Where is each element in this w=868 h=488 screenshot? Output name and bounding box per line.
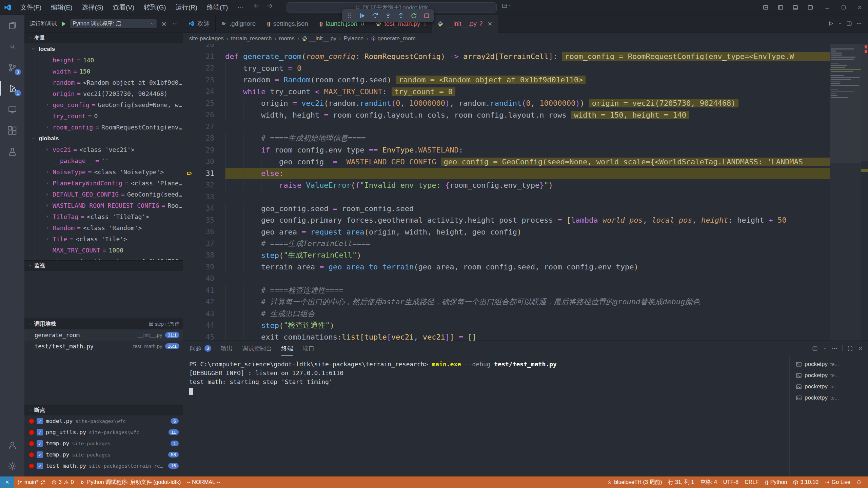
editor-more-actions[interactable] bbox=[856, 21, 862, 26]
breakpoint-row[interactable]: ✓temp.pysite-packages1 bbox=[24, 438, 183, 449]
status-go-live[interactable]: Go Live bbox=[822, 476, 853, 488]
menu-item-4[interactable]: 转到(G) bbox=[139, 0, 171, 15]
line-number[interactable]: 41 bbox=[197, 286, 214, 294]
line-number[interactable]: 23 bbox=[197, 76, 214, 84]
code-line-39[interactable]: 39terrain_area = geo_area_to_terrain(geo… bbox=[183, 261, 830, 273]
line-number[interactable]: 24 bbox=[197, 87, 214, 96]
variable-row[interactable]: try_count=0 bbox=[35, 110, 183, 122]
maximize-panel[interactable] bbox=[847, 346, 853, 351]
split-editor[interactable] bbox=[846, 21, 852, 26]
menu-item-1[interactable]: 编辑(E) bbox=[46, 0, 77, 15]
line-number[interactable]: 21 bbox=[197, 53, 214, 61]
maximize-button[interactable] bbox=[835, 0, 852, 15]
variable-row[interactable]: WASTELAND_ROOM_REQUEST_CONFIG=RoomReques… bbox=[35, 200, 183, 211]
variable-row[interactable]: Random=<class 'Random'> bbox=[35, 222, 183, 233]
line-number[interactable]: 39 bbox=[197, 263, 214, 271]
breakpoint-checkbox[interactable]: ✓ bbox=[37, 451, 43, 458]
variable-row[interactable]: width=150 bbox=[35, 66, 183, 77]
line-number[interactable]: 27 bbox=[197, 123, 214, 131]
breadcrumb-item[interactable]: terrain_research bbox=[231, 35, 272, 42]
variable-row[interactable]: MAX_TRY_COUNT=1000 bbox=[35, 245, 183, 256]
toggle-secondary-sidebar-button[interactable] bbox=[804, 0, 817, 15]
line-number[interactable]: 32 bbox=[197, 181, 214, 189]
watch-section-header[interactable]: 监视 bbox=[24, 260, 183, 271]
activity-explorer[interactable] bbox=[0, 15, 24, 36]
activity-search[interactable] bbox=[0, 36, 24, 57]
code-line-21[interactable]: 21def generate_room(room_config: RoomReq… bbox=[183, 51, 830, 63]
code-line-38[interactable]: 38step("生成TerrainCell") bbox=[183, 249, 830, 261]
variable-row[interactable]: random=<Random object at 0x1bf9d01e110> bbox=[35, 77, 183, 88]
code-line-37[interactable]: 37# ====生成TerrainCell==== bbox=[183, 238, 830, 250]
activity-run-and-debug[interactable]: 1 bbox=[0, 78, 24, 99]
menu-item-0[interactable]: 文件(F) bbox=[16, 0, 46, 15]
line-number[interactable]: 26 bbox=[197, 111, 214, 119]
breakpoint-checkbox[interactable]: ✓ bbox=[37, 429, 43, 435]
line-number[interactable]: 31 bbox=[197, 169, 214, 178]
debug-start-button[interactable] bbox=[60, 21, 67, 27]
code-line-31[interactable]: 31else: bbox=[183, 168, 830, 180]
variables-group-globals[interactable]: globals bbox=[24, 133, 183, 144]
line-number[interactable]: 28 bbox=[197, 134, 214, 142]
restart-button[interactable] bbox=[410, 11, 417, 21]
line-number[interactable]: 42 bbox=[197, 298, 214, 306]
line-number[interactable]: 45 bbox=[197, 333, 214, 341]
panel-tab-终端[interactable]: 终端 bbox=[281, 341, 293, 356]
terminal-instance[interactable]: pocketpyte... bbox=[790, 381, 868, 392]
terminal-output[interactable]: PS C:\computer_science\godot-ldtk\site-p… bbox=[183, 356, 789, 476]
step-into-button[interactable] bbox=[384, 11, 392, 21]
run-python-file[interactable] bbox=[828, 21, 834, 26]
line-number[interactable]: 22 bbox=[197, 64, 214, 72]
panel-tab-调试控制台[interactable]: 调试控制台 bbox=[242, 341, 272, 356]
status-language-mode[interactable]: {}Python bbox=[762, 476, 790, 488]
stop-button[interactable] bbox=[423, 11, 430, 21]
minimap[interactable] bbox=[830, 44, 861, 341]
panel-more-actions[interactable] bbox=[832, 346, 837, 351]
status-eol[interactable]: CRLF bbox=[742, 476, 762, 488]
terminal-dropdown[interactable] bbox=[823, 346, 827, 351]
variable-row[interactable]: TileTag=<class 'TileTag'> bbox=[35, 211, 183, 222]
status-cursor-position[interactable]: 行 31, 列 1 bbox=[665, 476, 697, 488]
breadcrumb-item[interactable]: rooms bbox=[279, 35, 295, 42]
variable-row[interactable]: PlanetaryWindConfig=<class 'PlanetaryWin… bbox=[35, 178, 183, 189]
line-number[interactable]: 36 bbox=[197, 228, 214, 236]
status-encoding[interactable]: UTF-8 bbox=[720, 476, 742, 488]
variable-row[interactable]: NoiseType=<class 'NoiseType'> bbox=[35, 166, 183, 178]
tab-欢迎[interactable]: 欢迎 bbox=[183, 15, 216, 32]
variable-row[interactable]: geo_config=GeoConfig(seed=None, world_sc… bbox=[35, 99, 183, 110]
minimize-button[interactable] bbox=[819, 0, 835, 15]
code-line-27[interactable]: 27 bbox=[183, 121, 830, 133]
menu-item-2[interactable]: 选择(S) bbox=[77, 0, 108, 15]
scrollbar[interactable] bbox=[861, 44, 868, 161]
code-line-23[interactable]: 23random = Random(room_config.seed)rando… bbox=[183, 74, 830, 86]
code-line-20[interactable]: 20 bbox=[183, 44, 830, 51]
callstack-section-header[interactable]: 调用堆栈 因 step 已暂停 bbox=[24, 319, 183, 329]
variable-row[interactable]: Tile=<class 'Tile'> bbox=[35, 233, 183, 245]
drag-handle-button[interactable] bbox=[346, 11, 353, 21]
tab-__init__.py[interactable]: __init__.py2 bbox=[432, 15, 498, 33]
layout-control[interactable] bbox=[502, 3, 512, 8]
code-line-34[interactable]: 34geo_config.seed = room_config.seed bbox=[183, 203, 830, 215]
breadcrumb-item[interactable]: __init__.py bbox=[302, 35, 336, 42]
code-line-36[interactable]: 36geo_area = request_area(origin, width,… bbox=[183, 226, 830, 238]
debug-config-select[interactable]: Python 调试程序: 启 bbox=[70, 19, 157, 28]
tab-.gdignore[interactable]: .gdignore bbox=[216, 15, 261, 32]
gear-icon[interactable] bbox=[160, 21, 168, 27]
step-over-button[interactable] bbox=[371, 11, 379, 21]
split-terminal[interactable] bbox=[812, 346, 818, 351]
variable-row[interactable]: vec2i=<class 'vec2i'> bbox=[35, 144, 183, 155]
status-python-interpreter[interactable]: 3.10.10 bbox=[790, 476, 821, 488]
line-number[interactable]: 34 bbox=[197, 204, 214, 212]
code-editor[interactable]: 2021def generate_room(room_config: RoomR… bbox=[183, 44, 868, 341]
activity-remote-explorer[interactable] bbox=[0, 99, 24, 120]
code-line-43[interactable]: 43# 生成出口组合 bbox=[183, 308, 830, 320]
breakpoint-row[interactable]: ✓png_utils.pysite-packages\wfc11 bbox=[24, 427, 183, 438]
code-line-28[interactable]: 28# ====生成初始地理信息==== bbox=[183, 133, 830, 144]
breakpoint-checkbox[interactable]: ✓ bbox=[37, 440, 43, 447]
activity-testing[interactable] bbox=[0, 141, 24, 162]
code-line-25[interactable]: 25origin = vec2i(random.randint(0, 10000… bbox=[183, 98, 830, 109]
line-number[interactable]: 33 bbox=[197, 193, 214, 201]
breakpoint-checkbox[interactable]: ✓ bbox=[37, 463, 43, 469]
breakpoint-checkbox[interactable]: ✓ bbox=[37, 418, 43, 424]
code-line-33[interactable]: 33 bbox=[183, 191, 830, 203]
toggle-primary-sidebar-button[interactable] bbox=[774, 0, 787, 15]
